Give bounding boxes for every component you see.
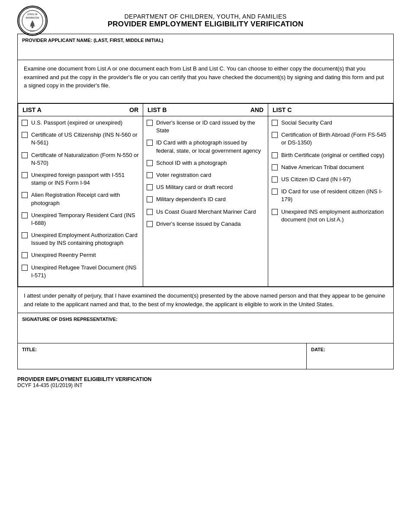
item-text: Driver's license or ID card issued by th…: [156, 119, 264, 135]
page-header: STATE OF WASHINGTON DCYF DEPARTMENT OF C…: [17, 13, 394, 29]
list-item: Unexpired foreign passport with I-551 st…: [22, 171, 139, 187]
signature-row: SIGNATURE OF DSHS REPRESENTATIVE:: [18, 313, 393, 343]
checkbox[interactable]: [147, 209, 153, 215]
list-item: Certificate of Naturalization (Form N-55…: [22, 151, 139, 167]
checkbox[interactable]: [22, 232, 28, 238]
list-b-header: LIST B AND: [143, 104, 268, 116]
list-c-items: Social Security CardCertification of Bir…: [268, 116, 393, 231]
checkbox[interactable]: [272, 120, 278, 126]
title-label: TITLE:: [22, 347, 302, 352]
checkbox[interactable]: [22, 212, 28, 218]
list-item: Certification of Birth Abroad (Form FS-5…: [272, 131, 389, 147]
item-text: ID Card with a photograph issued by fede…: [156, 139, 264, 154]
item-text: Certificate of Naturalization (Form N-55…: [31, 151, 139, 167]
item-text: Driver's license issued by Canada: [156, 220, 241, 228]
list-item: School ID with a photograph: [147, 159, 264, 167]
checkbox[interactable]: [147, 184, 153, 190]
list-item: Military dependent's ID card: [147, 195, 264, 203]
list-a-items: U.S. Passport (expired or unexpired)Cert…: [18, 116, 143, 286]
list-item: Birth Certificate (original or certified…: [272, 151, 389, 159]
date-cell: DATE:: [307, 343, 393, 369]
list-b-items: Driver's license or ID card issued by th…: [143, 116, 268, 235]
list-item: ID Card for use of resident citizen (INS…: [272, 188, 389, 203]
item-text: Birth Certificate (original or certified…: [281, 151, 384, 159]
item-text: Voter registration card: [156, 171, 211, 179]
item-text: US Citizen ID Card (IN I-97): [281, 176, 351, 183]
checkbox[interactable]: [272, 164, 278, 170]
item-text: Military dependent's ID card: [156, 195, 226, 203]
list-a-header: LIST A OR: [18, 104, 143, 116]
list-item: Driver's license or ID card issued by th…: [147, 119, 264, 135]
list-item: Alien Registration Receipt card with pho…: [22, 191, 139, 207]
checkbox[interactable]: [272, 189, 278, 195]
checkbox[interactable]: [22, 152, 28, 158]
list-b-qualifier: AND: [250, 106, 263, 113]
item-text: Certification of Birth Abroad (Form FS-5…: [281, 131, 389, 147]
checkbox[interactable]: [147, 196, 153, 202]
attestation-row: I attest under penalty of perjury, that …: [18, 287, 393, 313]
item-text: Unexpired foreign passport with I-551 st…: [31, 171, 139, 187]
title-date-row: TITLE: DATE:: [18, 343, 393, 369]
list-c-title: LIST C: [273, 106, 292, 113]
checkbox[interactable]: [272, 176, 278, 183]
checkbox[interactable]: [147, 120, 153, 126]
item-text: Unexpired Reentry Permit: [31, 251, 96, 259]
item-text: Certificate of US Citizenship (INS N-560…: [31, 131, 139, 147]
instructions-row: Examine one document from List A or one …: [18, 60, 393, 103]
item-text: ID Card for use of resident citizen (INS…: [281, 188, 389, 203]
list-item: U.S. Passport (expired or unexpired): [22, 119, 139, 127]
checkbox[interactable]: [147, 160, 153, 166]
checkbox[interactable]: [22, 265, 28, 271]
item-text: Social Security Card: [281, 119, 332, 127]
checkbox[interactable]: [22, 192, 28, 198]
item-text: Native American Tribal document: [281, 163, 364, 171]
list-item: Certificate of US Citizenship (INS N-560…: [22, 131, 139, 147]
list-b-column: LIST B AND Driver's license or ID card i…: [143, 104, 268, 287]
checkbox[interactable]: [272, 152, 278, 158]
item-text: US Military card or draft record: [156, 183, 233, 191]
list-item: Unexpired INS employment authorization d…: [272, 208, 389, 224]
list-a-qualifier: OR: [129, 106, 138, 113]
list-item: Unexpired Employment Authorization Card …: [22, 231, 139, 247]
item-text: Alien Registration Receipt card with pho…: [31, 191, 139, 207]
list-item: Native American Tribal document: [272, 163, 389, 171]
list-item: Social Security Card: [272, 119, 389, 127]
attestation-text: I attest under penalty of perjury, that …: [24, 292, 385, 308]
checkbox[interactable]: [22, 120, 28, 126]
svg-text:STATE OF: STATE OF: [27, 13, 38, 16]
checkbox[interactable]: [147, 172, 153, 178]
list-item: US Military card or draft record: [147, 183, 264, 191]
item-text: Us Coast Guard Merchant Mariner Card: [156, 208, 256, 216]
department-name: DEPARTMENT OF CHILDREN, YOUTH, AND FAMIL…: [108, 13, 304, 20]
form-container: PROVIDER APPLICANT NAME: (LAST, FIRST, M…: [17, 34, 394, 369]
checkbox[interactable]: [22, 252, 28, 258]
svg-text:WASHINGTON: WASHINGTON: [26, 17, 39, 19]
item-text: U.S. Passport (expired or unexpired): [31, 119, 122, 127]
item-text: Unexpired Temporary Resident Card (INS I…: [31, 212, 139, 227]
list-item: Unexpired Reentry Permit: [22, 251, 139, 259]
checkbox[interactable]: [147, 221, 153, 227]
item-text: Unexpired Refugee Travel Document (INS I…: [31, 264, 139, 279]
list-item: Voter registration card: [147, 171, 264, 179]
item-text: School ID with a photograph: [156, 159, 227, 167]
list-item: Driver's license issued by Canada: [147, 220, 264, 228]
agency-logo: STATE OF WASHINGTON DCYF: [17, 6, 48, 36]
date-label: DATE:: [311, 347, 389, 352]
signature-label: SIGNATURE OF DSHS REPRESENTATIVE:: [22, 317, 389, 322]
title-cell: TITLE:: [18, 343, 307, 369]
instructions-text: Examine one document from List A or one …: [24, 65, 384, 89]
checkbox[interactable]: [272, 209, 278, 215]
header-text-block: DEPARTMENT OF CHILDREN, YOUTH, AND FAMIL…: [108, 13, 304, 29]
item-text: Unexpired INS employment authorization d…: [281, 208, 389, 224]
list-item: Unexpired Refugee Travel Document (INS I…: [22, 264, 139, 279]
list-a-column: LIST A OR U.S. Passport (expired or unex…: [18, 104, 143, 287]
list-item: Us Coast Guard Merchant Mariner Card: [147, 208, 264, 216]
svg-text:DCYF: DCYF: [30, 30, 35, 32]
item-text: Unexpired Employment Authorization Card …: [31, 231, 139, 247]
list-c-header: LIST C: [268, 104, 393, 116]
checkbox[interactable]: [147, 140, 153, 146]
checkbox[interactable]: [22, 132, 28, 138]
applicant-label: PROVIDER APPLICANT NAME: (LAST, FIRST, M…: [22, 38, 389, 43]
checkbox[interactable]: [22, 172, 28, 178]
checkbox[interactable]: [272, 132, 278, 138]
